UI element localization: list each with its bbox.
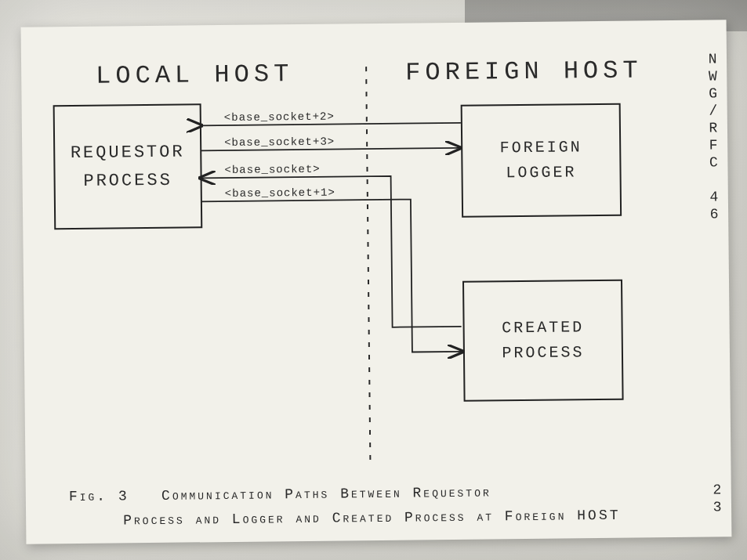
caption-line2: Process and Logger and Created Process a… [123, 507, 620, 528]
diagram-svg: <base_socket+2> <base_socket+3> <base_so… [21, 20, 732, 544]
label-c2: <base_socket+3> [224, 135, 335, 149]
label-c3: <base_socket> [224, 163, 320, 176]
paper-sheet: LOCAL HOST FOREIGN HOST NWG/RFC 46 23 RE… [21, 20, 732, 544]
arrow-c4 [201, 199, 462, 354]
label-c1: <base_socket+2> [224, 110, 335, 124]
label-c4: <base_socket+1> [225, 186, 335, 200]
center-divider [366, 67, 370, 462]
photo-background: LOCAL HOST FOREIGN HOST NWG/RFC 46 23 RE… [0, 0, 747, 560]
figure-number: Fig. 3 [69, 488, 129, 504]
caption-line1: Communication Paths Between Requestor [161, 484, 491, 503]
diagram-stage: LOCAL HOST FOREIGN HOST NWG/RFC 46 23 RE… [21, 20, 732, 544]
figure-caption: Fig. 3 Communication Paths Between Reque… [69, 479, 681, 533]
